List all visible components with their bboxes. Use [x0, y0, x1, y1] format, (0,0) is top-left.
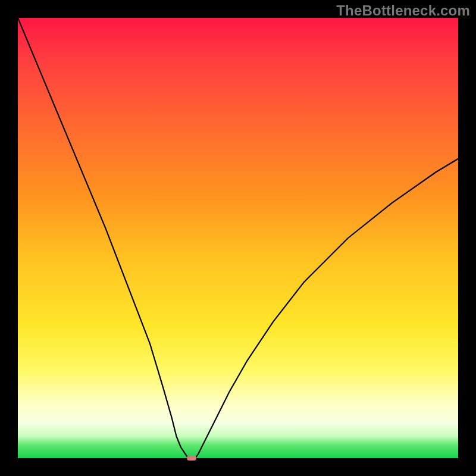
minimum-marker — [187, 456, 196, 461]
chart-frame: TheBottleneck.com — [0, 0, 476, 476]
curve-right-branch — [196, 159, 458, 457]
curve-left-branch — [18, 18, 187, 457]
watermark-text: TheBottleneck.com — [336, 2, 470, 19]
plot-area — [18, 18, 458, 458]
bottleneck-curve — [18, 18, 458, 458]
